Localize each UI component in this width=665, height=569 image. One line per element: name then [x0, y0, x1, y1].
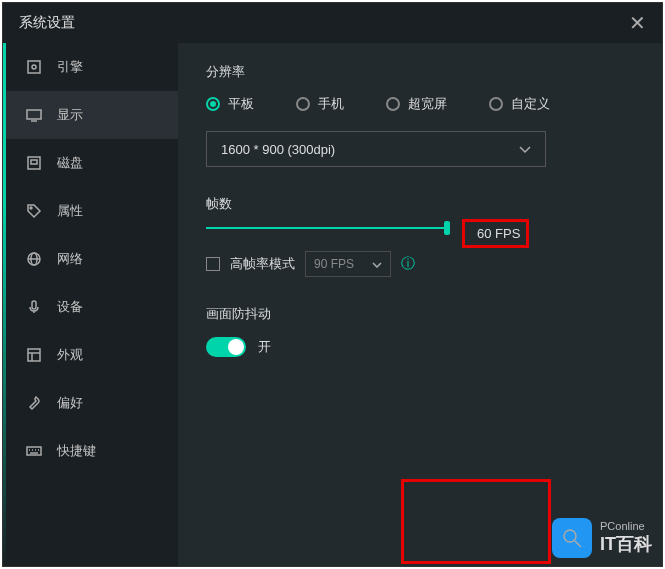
sidebar-item-display[interactable]: 显示: [3, 91, 178, 139]
sidebar: 引擎 显示 磁盘 属性 网络 设备: [3, 43, 178, 566]
radio-label: 自定义: [511, 95, 550, 113]
sidebar-item-label: 显示: [57, 106, 83, 124]
tag-icon: [25, 202, 43, 220]
globe-icon: [25, 250, 43, 268]
sidebar-item-label: 外观: [57, 346, 83, 364]
sidebar-item-label: 快捷键: [57, 442, 96, 460]
radio-dot-icon: [206, 97, 220, 111]
anti-shake-toggle[interactable]: [206, 337, 246, 357]
sidebar-item-shortcuts[interactable]: 快捷键: [3, 427, 178, 475]
window-title: 系统设置: [19, 14, 75, 32]
resolution-value: 1600 * 900 (300dpi): [221, 142, 335, 157]
radio-dot-icon: [489, 97, 503, 111]
anti-shake-state: 开: [258, 338, 271, 356]
svg-rect-5: [31, 160, 37, 164]
resolution-label: 分辨率: [206, 63, 634, 81]
display-icon: [25, 106, 43, 124]
sidebar-item-engine[interactable]: 引擎: [3, 43, 178, 91]
sidebar-item-device[interactable]: 设备: [3, 283, 178, 331]
anti-shake-label: 画面防抖动: [206, 305, 634, 323]
high-fps-checkbox[interactable]: [206, 257, 220, 271]
svg-point-1: [32, 65, 36, 69]
sidebar-item-label: 设备: [57, 298, 83, 316]
high-fps-select[interactable]: 90 FPS: [305, 251, 391, 277]
chevron-down-icon: [372, 257, 382, 271]
radio-custom[interactable]: 自定义: [489, 95, 550, 113]
radio-tablet[interactable]: 平板: [206, 95, 254, 113]
svg-rect-4: [28, 157, 40, 169]
svg-point-6: [30, 207, 32, 209]
sidebar-item-label: 磁盘: [57, 154, 83, 172]
resolution-select[interactable]: 1600 * 900 (300dpi): [206, 131, 546, 167]
radio-dot-icon: [386, 97, 400, 111]
sidebar-item-label: 网络: [57, 250, 83, 268]
mic-icon: [25, 298, 43, 316]
search-icon: [552, 518, 592, 558]
watermark-small: PConline: [600, 520, 652, 532]
high-fps-select-value: 90 FPS: [314, 257, 354, 271]
radio-label: 手机: [318, 95, 344, 113]
svg-line-22: [575, 541, 581, 547]
slider-thumb[interactable]: [444, 221, 450, 235]
watermark: PConline IT百科: [552, 518, 652, 558]
watermark-main: IT百科: [600, 532, 652, 556]
sidebar-item-label: 引擎: [57, 58, 83, 76]
layout-icon: [25, 346, 43, 364]
high-fps-label: 高帧率模式: [230, 255, 295, 273]
svg-rect-15: [27, 447, 41, 455]
wrench-icon: [25, 394, 43, 412]
highlight-box-empty: [401, 479, 551, 564]
info-icon[interactable]: ⓘ: [401, 255, 415, 273]
sidebar-item-label: 属性: [57, 202, 83, 220]
keyboard-icon: [25, 442, 43, 460]
close-icon[interactable]: ✕: [629, 11, 646, 35]
fps-section-label: 帧数: [206, 195, 634, 213]
svg-rect-0: [28, 61, 40, 73]
radio-label: 超宽屏: [408, 95, 447, 113]
svg-point-21: [564, 530, 576, 542]
chevron-down-icon: [519, 142, 531, 157]
svg-rect-12: [28, 349, 40, 361]
radio-label: 平板: [228, 95, 254, 113]
fps-slider[interactable]: [206, 227, 446, 229]
disk-icon: [25, 154, 43, 172]
svg-rect-2: [27, 110, 41, 119]
sidebar-item-network[interactable]: 网络: [3, 235, 178, 283]
fps-value: 60 FPS: [462, 219, 529, 248]
svg-rect-10: [32, 301, 36, 309]
sidebar-item-appearance[interactable]: 外观: [3, 331, 178, 379]
sidebar-item-properties[interactable]: 属性: [3, 187, 178, 235]
sidebar-item-label: 偏好: [57, 394, 83, 412]
engine-icon: [25, 58, 43, 76]
radio-ultrawide[interactable]: 超宽屏: [386, 95, 447, 113]
sidebar-item-preferences[interactable]: 偏好: [3, 379, 178, 427]
sidebar-accent: [3, 43, 6, 566]
radio-dot-icon: [296, 97, 310, 111]
radio-phone[interactable]: 手机: [296, 95, 344, 113]
sidebar-item-disk[interactable]: 磁盘: [3, 139, 178, 187]
